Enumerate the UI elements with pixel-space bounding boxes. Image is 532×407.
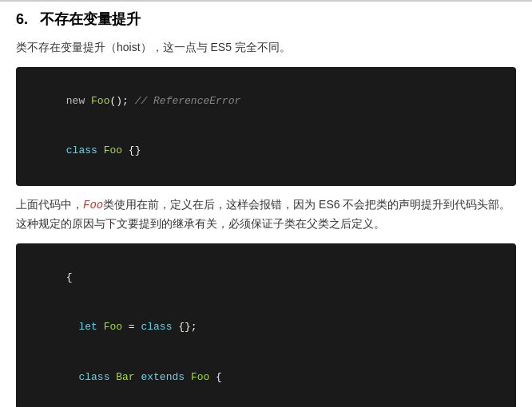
text-block-2: 上面代码中，Foo类使用在前，定义在后，这样会报错，因为 ES6 不会把类的声明… <box>16 196 516 235</box>
kw-class-1: class <box>66 144 104 156</box>
code-bar: Bar <box>116 371 141 383</box>
kw-class-2: class <box>141 321 178 333</box>
text1-content: 类不存在变量提升（hoist），这一点与 ES5 完全不同。 <box>16 41 291 53</box>
code-foo-1: Foo <box>91 95 109 107</box>
code-foo-2: Foo <box>104 144 122 156</box>
code-block-1: new Foo(); // ReferenceError class Foo {… <box>16 67 516 186</box>
code2-line4: } <box>29 402 503 407</box>
section-number: 6. <box>16 11 28 27</box>
text-block-1: 类不存在变量提升（hoist），这一点与 ES5 完全不同。 <box>16 38 516 57</box>
section-heading: 不存在变量提升 <box>40 11 141 27</box>
section-title: 6. 不存在变量提升 <box>16 10 516 29</box>
code-block-2: { let Foo = class {}; class Bar extends … <box>16 243 516 407</box>
page-container: 6. 不存在变量提升 类不存在变量提升（hoist），这一点与 ES5 完全不同… <box>0 0 532 407</box>
code2-line3: class Bar extends Foo { <box>29 353 503 402</box>
code-comment-1: // ReferenceError <box>135 95 241 107</box>
code1-line1: new Foo(); // ReferenceError <box>29 77 503 126</box>
code-foo-3: Foo <box>104 321 122 333</box>
kw-let: let <box>78 321 103 333</box>
kw-new: new <box>66 95 91 107</box>
kw-class-3: class <box>78 371 116 383</box>
code-foo-4: Foo <box>191 371 209 383</box>
inline-foo-1: Foo <box>83 199 103 211</box>
code2-line1: { <box>29 253 503 302</box>
code1-line2: class Foo {} <box>29 126 503 176</box>
kw-extends: extends <box>141 371 190 383</box>
code2-line2: let Foo = class {}; <box>29 303 503 353</box>
